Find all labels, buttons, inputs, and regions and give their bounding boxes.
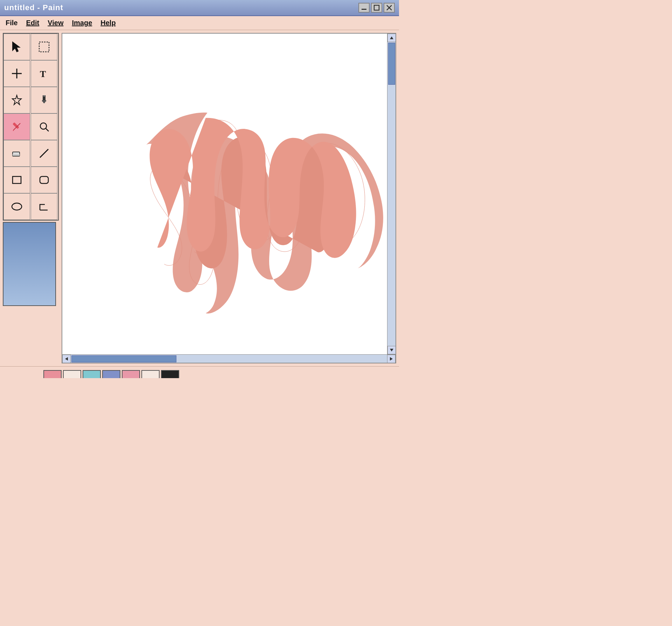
svg-line-21	[40, 149, 48, 158]
svg-point-24	[12, 203, 22, 210]
horizontal-scrollbar	[62, 354, 396, 363]
svg-rect-23	[40, 176, 48, 183]
scroll-right-button[interactable]	[387, 355, 396, 363]
color-preview	[3, 222, 56, 306]
line-tool[interactable]	[31, 140, 57, 167]
horizontal-scroll-thumb[interactable]	[71, 355, 176, 362]
canvas-wrapper	[62, 34, 396, 354]
title-bar: untitled - Paint	[0, 0, 399, 16]
toolbar: T	[3, 33, 59, 363]
svg-marker-28	[65, 357, 68, 361]
color-swatch-6[interactable]	[161, 370, 179, 378]
crosshair-tool[interactable]	[4, 60, 30, 87]
svg-marker-29	[390, 357, 393, 361]
brush-tool[interactable]	[31, 87, 57, 113]
color-swatch-5[interactable]	[141, 370, 160, 378]
menu-file[interactable]: File	[6, 19, 18, 27]
pencil-tool[interactable]	[4, 113, 30, 140]
bottom-section	[0, 366, 399, 378]
close-button[interactable]	[384, 3, 395, 13]
color-swatch-3[interactable]	[102, 370, 120, 378]
polygon-tool[interactable]	[31, 193, 57, 220]
main-area: T	[0, 30, 399, 366]
svg-marker-14	[13, 130, 14, 131]
color-swatch-2[interactable]	[83, 370, 101, 378]
color-palette	[43, 370, 179, 378]
window-controls	[358, 3, 395, 13]
maximize-button[interactable]	[371, 3, 382, 13]
svg-line-17	[46, 128, 49, 131]
vertical-scroll-thumb[interactable]	[388, 43, 395, 85]
menu-bar: File Edit View Image Help	[0, 16, 399, 30]
menu-edit[interactable]: Edit	[26, 19, 39, 27]
menu-image[interactable]: Image	[72, 19, 92, 27]
select-rect-tool[interactable]	[31, 34, 57, 60]
menu-help[interactable]: Help	[100, 19, 115, 27]
svg-rect-0	[362, 9, 366, 10]
text-tool[interactable]: T	[31, 60, 57, 87]
ellipse-tool[interactable]	[4, 193, 30, 220]
tools-grid: T	[3, 33, 59, 221]
svg-marker-9	[12, 95, 21, 105]
svg-marker-4	[13, 42, 20, 52]
svg-rect-22	[13, 176, 21, 183]
menu-view[interactable]: View	[48, 19, 63, 27]
rounded-rect-tool[interactable]	[31, 167, 57, 193]
rect-tool[interactable]	[4, 167, 30, 193]
svg-rect-12	[43, 95, 45, 97]
color-swatch-1[interactable]	[63, 370, 81, 378]
color-swatch-4[interactable]	[122, 370, 140, 378]
scroll-up-button[interactable]	[387, 34, 396, 42]
svg-rect-5	[39, 42, 49, 52]
minimize-button[interactable]	[358, 3, 370, 13]
drawing-canvas[interactable]	[62, 34, 387, 354]
canvas-container	[62, 33, 396, 363]
svg-point-16	[40, 123, 47, 129]
svg-rect-1	[374, 5, 379, 10]
svg-text:T: T	[40, 69, 46, 79]
scroll-down-button[interactable]	[387, 346, 396, 354]
color-swatch-0[interactable]	[43, 370, 62, 378]
svg-rect-11	[42, 100, 46, 102]
svg-marker-27	[390, 349, 393, 352]
select-arrow-tool[interactable]	[4, 34, 30, 60]
window-title: untitled - Paint	[4, 3, 63, 12]
magnifier-tool[interactable]	[31, 113, 57, 140]
eraser-tool[interactable]	[4, 140, 30, 167]
star-tool[interactable]	[4, 87, 30, 113]
vertical-scrollbar	[387, 34, 396, 354]
svg-marker-26	[390, 36, 393, 39]
scroll-left-button[interactable]	[62, 355, 71, 363]
